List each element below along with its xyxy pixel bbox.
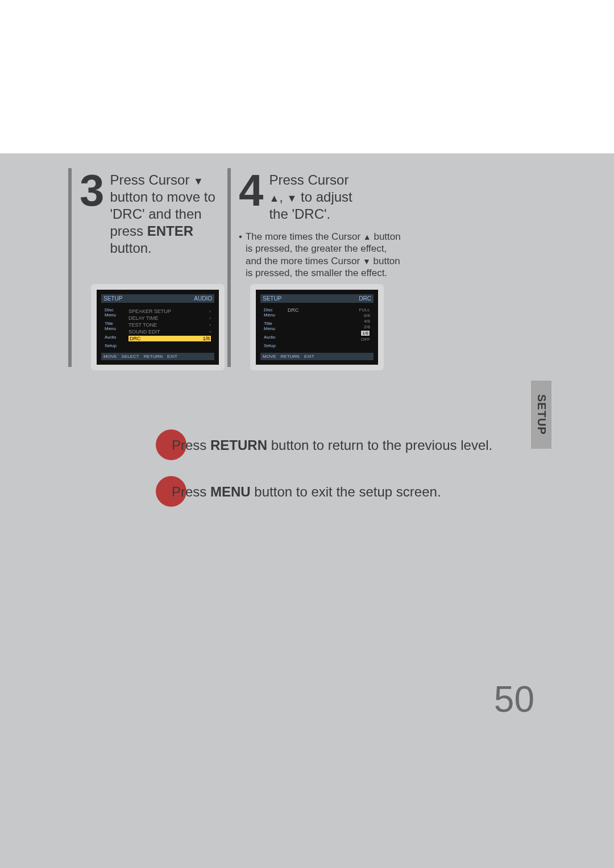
- note-4-text: The more times the Cursor button is pres…: [246, 231, 404, 279]
- screen3-title: SETUP AUDIO: [101, 294, 214, 303]
- screen4-main: DRC FULL 6/8 4/8 2/8 1/8 OFF: [288, 307, 370, 348]
- step4-line3: the 'DRC'.: [269, 206, 330, 222]
- side-label: Title Menu: [264, 321, 284, 331]
- side-label: Title Menu: [105, 321, 125, 331]
- accent-line-left: [68, 168, 72, 367]
- screen4-scale: FULL 6/8 4/8 2/8 1/8 OFF: [359, 307, 370, 348]
- screen3-row: SOUND EDIT›: [128, 329, 211, 335]
- scale-val: 2/8: [364, 324, 370, 329]
- side-label: Audio: [264, 335, 284, 340]
- scale-marker: 1/8: [360, 330, 370, 336]
- screen3-row: SPEAKER SETUP›: [128, 308, 211, 314]
- step-4-text: Press Cursor , to adjust the 'DRC'.: [269, 169, 352, 223]
- step-3-text: Press Cursor button to move to 'DRC' and…: [110, 169, 215, 257]
- screen3-body: Disc Menu Title Menu Audio Setup SPEAKER…: [101, 305, 214, 350]
- menu-instruction: Press MENU button to exit the setup scre…: [172, 484, 441, 500]
- cursor-down-icon-small: [363, 256, 371, 266]
- menu-b: MENU: [210, 484, 251, 499]
- step-3: 3 Press Cursor button to move to 'DRC' a…: [80, 169, 215, 257]
- footer-item: RETURN: [281, 354, 300, 359]
- cursor-down-icon: [193, 172, 204, 187]
- step4-line1: Press Cursor: [269, 172, 349, 187]
- scale-val: 4/8: [364, 319, 370, 324]
- side-label: Setup: [105, 343, 125, 348]
- side-tab-label: SETUP: [535, 394, 548, 435]
- screen3-row-selected: DRC1/8: [128, 336, 211, 341]
- footer-item: EXIT: [304, 354, 314, 359]
- screen-step-4: SETUP DRC Disc Menu Title Menu Audio Set…: [250, 284, 384, 370]
- scale-val: OFF: [361, 337, 370, 342]
- side-label: Disc Menu: [105, 307, 125, 318]
- screen3-title-left: SETUP: [103, 295, 122, 302]
- side-label: Audio: [105, 335, 125, 340]
- accent-line-right: [227, 168, 231, 367]
- comma: ,: [279, 189, 287, 205]
- menu-a: Press: [172, 484, 210, 499]
- scale-val: 6/8: [364, 313, 370, 318]
- step3-line2: button to move to: [110, 189, 215, 205]
- screen3-inner: SETUP AUDIO Disc Menu Title Menu Audio S…: [97, 290, 219, 365]
- note4-t1: The more times the Cursor: [246, 231, 363, 242]
- menu-c: button to exit the setup screen.: [251, 484, 441, 499]
- return-c: button to return to the previous level.: [267, 437, 492, 453]
- screen-step-3: SETUP AUDIO Disc Menu Title Menu Audio S…: [91, 284, 225, 370]
- screen4-title-right: DRC: [359, 295, 371, 302]
- screen4-title: SETUP DRC: [260, 294, 374, 303]
- screen3-footer: MOVE SELECT RETURN EXIT: [101, 353, 214, 360]
- step-4-note: • The more times the Cursor button is pr…: [239, 231, 404, 279]
- step4-line2b: to adjust: [297, 189, 352, 205]
- screen3-side-labels: Disc Menu Title Menu Audio Setup: [105, 307, 125, 348]
- screen4-body: Disc Menu Title Menu Audio Setup DRC FUL…: [260, 305, 374, 350]
- footer-item: SELECT: [122, 354, 139, 359]
- side-label: Setup: [264, 343, 284, 348]
- footer-item: EXIT: [167, 354, 177, 359]
- return-b: RETURN: [210, 437, 267, 453]
- screen3-title-right: AUDIO: [194, 295, 212, 302]
- cursor-up-icon: [269, 189, 279, 205]
- step-number-3: 3: [80, 169, 104, 211]
- screen3-rows: SPEAKER SETUP› DELAY TIME› TEST TONE› SO…: [128, 307, 211, 348]
- screen4-side-labels: Disc Menu Title Menu Audio Setup: [264, 307, 284, 348]
- step3-line5: button.: [110, 240, 151, 256]
- screen3-row: TEST TONE›: [128, 322, 211, 328]
- page-number: 50: [494, 678, 534, 720]
- manual-page: 3 Press Cursor button to move to 'DRC' a…: [0, 0, 614, 868]
- footer-item: MOVE: [263, 354, 276, 359]
- screen4-footer: MOVE RETURN EXIT: [260, 353, 374, 360]
- screen4-title-left: SETUP: [263, 295, 281, 302]
- side-label: Disc Menu: [264, 307, 284, 318]
- side-tab-setup: SETUP: [531, 381, 551, 449]
- step3-line1: Press Cursor: [110, 172, 193, 187]
- step-4: 4 Press Cursor , to adjust the 'DRC'.: [239, 169, 352, 223]
- footer-item: RETURN: [144, 354, 163, 359]
- cursor-down-icon-2: [287, 189, 297, 205]
- step3-enter: ENTER: [147, 223, 193, 239]
- cursor-up-icon-small: [363, 231, 371, 242]
- step-number-4: 4: [239, 169, 263, 211]
- scale-val: FULL: [359, 307, 370, 312]
- step3-line3: 'DRC' and then: [110, 206, 201, 222]
- step3-line4a: press: [110, 223, 147, 239]
- footer-item: MOVE: [103, 354, 117, 359]
- screen3-row: DELAY TIME›: [128, 315, 211, 321]
- bullet-icon: •: [239, 231, 242, 279]
- top-margin: [0, 0, 614, 153]
- return-instruction: Press RETURN button to return to the pre…: [172, 437, 492, 453]
- screen4-inner: SETUP DRC Disc Menu Title Menu Audio Set…: [256, 290, 378, 365]
- screen4-drc-label: DRC: [288, 307, 359, 348]
- return-a: Press: [172, 437, 210, 453]
